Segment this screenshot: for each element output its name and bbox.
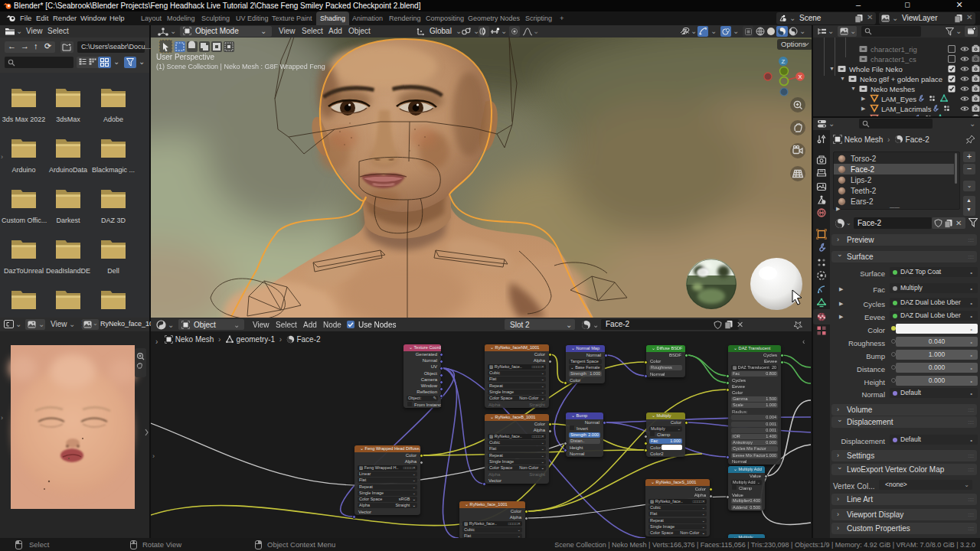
svg-text:Z: Z [782,58,786,65]
svg-text:X: X [798,73,802,80]
svg-text:(1) Scene Collection | Neko Me: (1) Scene Collection | Neko Mesh : G8F W… [156,63,325,70]
svg-text:Options: Options [781,40,806,48]
svg-text:User Perspective: User Perspective [156,53,215,61]
